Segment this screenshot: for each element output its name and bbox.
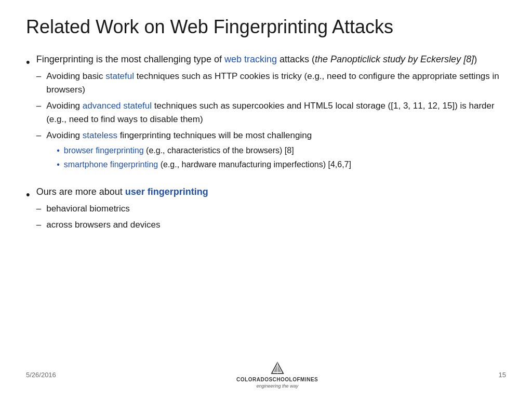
- sub-bullet-2-1: – behavioral biometrics: [36, 202, 506, 216]
- dash-2: –: [36, 99, 41, 113]
- web-tracking-link: web tracking: [224, 54, 277, 64]
- slide-content: • Fingerprinting is the most challenging…: [26, 52, 506, 357]
- csm-logo-text: COLORADOSCHOOLOFMINES: [236, 377, 318, 382]
- user-fingerprinting-label: user fingerprinting: [125, 187, 208, 197]
- sub-bullet-2-2: – across browsers and devices: [36, 218, 506, 232]
- bullet-1-text: Fingerprinting is the most challenging t…: [36, 52, 506, 176]
- bullet-2: • Ours are more about user fingerprintin…: [26, 185, 506, 235]
- sub-sub-bullets: • browser fingerprinting (e.g., characte…: [57, 144, 506, 171]
- sub-bullet-1-1: – Avoiding basic stateful techniques suc…: [36, 70, 506, 96]
- browser-fingerprinting-link: browser fingerprinting: [64, 146, 144, 155]
- sub-sub-dot-2: •: [57, 158, 60, 171]
- slide-title: Related Work on Web Fingerprinting Attac…: [26, 16, 506, 38]
- sub-bullets-2: – behavioral biometrics – across browser…: [36, 202, 506, 232]
- dash-4: –: [36, 202, 41, 216]
- sub-bullet-1-3: – Avoiding stateless fingerprinting tech…: [36, 129, 506, 172]
- footer-page-number: 15: [499, 371, 506, 379]
- bullet-1: • Fingerprinting is the most challenging…: [26, 52, 506, 176]
- bullet-1-suffix: ): [474, 54, 477, 64]
- dash-5: –: [36, 218, 41, 232]
- slide: Related Work on Web Fingerprinting Attac…: [0, 0, 532, 399]
- footer-logo: COLORADOSCHOOLOFMINES engineering the wa…: [236, 361, 318, 389]
- bullet-dot-1: •: [26, 54, 30, 71]
- dash-1: –: [36, 70, 41, 83]
- footer-date: 5/26/2016: [26, 371, 56, 379]
- sub-bullets-1: – Avoiding basic stateful techniques suc…: [36, 70, 506, 172]
- sub-sub-dot-1: •: [57, 144, 60, 157]
- bullet-1-middle: attacks (: [277, 54, 315, 64]
- bullet-dot-2: •: [26, 186, 30, 203]
- slide-footer: 5/26/2016 COLORADOSCHOOLOFMINES engineer…: [26, 357, 506, 389]
- sub-bullet-1-3-text: Avoiding stateless fingerprinting techni…: [46, 129, 506, 172]
- sub-bullet-1-2: – Avoiding advanced stateful techniques …: [36, 99, 506, 126]
- sub-sub-bullet-1: • browser fingerprinting (e.g., characte…: [57, 144, 506, 157]
- bullet-2-prefix: Ours are more about: [36, 187, 125, 197]
- stateless-link: stateless: [83, 130, 117, 140]
- sub-sub-bullet-2: • smartphone fingerprinting (e.g., hardw…: [57, 158, 506, 171]
- across-browsers-label: across browsers and devices: [46, 218, 506, 232]
- stateful-link-1: stateful: [105, 71, 134, 81]
- dash-3: –: [36, 129, 41, 142]
- browser-fingerprinting-text: browser fingerprinting (e.g., characteri…: [64, 144, 294, 157]
- smartphone-fingerprinting-link: smartphone fingerprinting: [64, 160, 158, 169]
- bullet-2-text: Ours are more about user fingerprinting …: [36, 185, 506, 235]
- smartphone-fingerprinting-text: smartphone fingerprinting (e.g., hardwar…: [64, 158, 351, 171]
- bullet-1-prefix: Fingerprinting is the most challenging t…: [36, 54, 224, 64]
- behavioral-biometrics-label: behavioral biometrics: [46, 202, 506, 216]
- sub-bullet-1-1-text: Avoiding basic stateful techniques such …: [46, 70, 506, 96]
- csm-logo-icon: [270, 361, 285, 376]
- advanced-stateful-link: advanced stateful: [83, 101, 152, 111]
- csm-logo-subtext: engineering the way: [256, 383, 298, 389]
- panopticlick-study: the Panopticlick study by Eckersley [8]: [315, 54, 474, 64]
- sub-bullet-1-2-text: Avoiding advanced stateful techniques su…: [46, 99, 506, 126]
